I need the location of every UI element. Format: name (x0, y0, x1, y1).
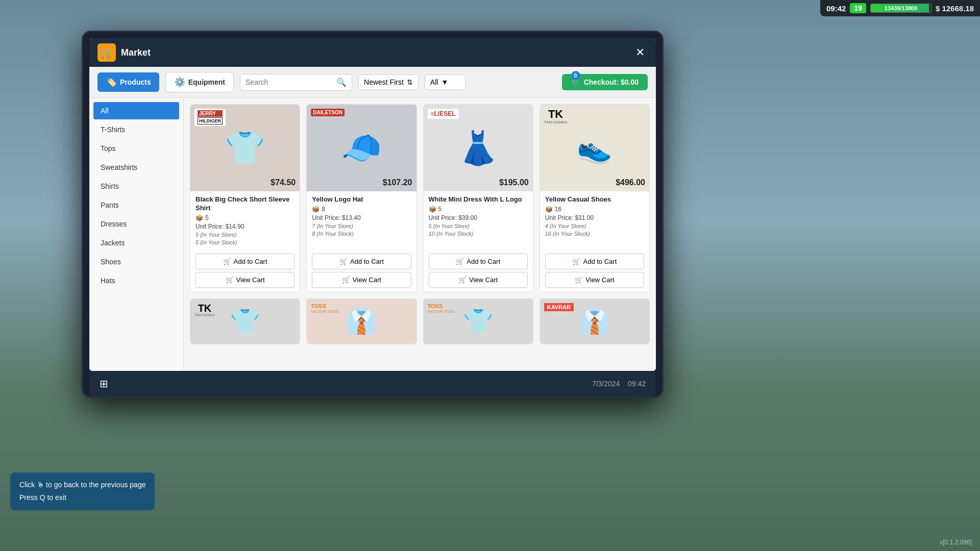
product-brand-0: JERRY HILDIGER (194, 109, 226, 126)
sidebar-item-sweatshirts[interactable]: Sweatshirts (93, 159, 179, 176)
product-image-area-0: JERRY HILDIGER 👕 $74.50 (190, 105, 300, 191)
cart-badge: 0 (571, 71, 580, 80)
equipment-tab-icon: ⚙️ (174, 77, 185, 88)
product-price-2: $195.00 (499, 178, 529, 187)
grid-icon[interactable]: ⊞ (100, 378, 108, 390)
product-in-store-2: 5 (In Your Store) (429, 223, 528, 229)
cart-icon-0: 🛒 (223, 258, 231, 265)
box-icon-1: 📦 (312, 206, 320, 213)
tab-equipment[interactable]: ⚙️ Equipment (165, 72, 234, 92)
product-image-4: 👕 (230, 307, 260, 336)
main-content: All T-Shirts Tops Sweatshirts Shirts Pan… (89, 98, 656, 371)
add-to-cart-btn-3[interactable]: 🛒 Add to Cart (545, 254, 644, 269)
version-text: v[0.1.2.096] (940, 539, 972, 546)
product-info-1: Yellow Logo Hat 📦 8 Unit Price: $13.40 7… (307, 191, 416, 249)
box-icon-2: 📦 (429, 206, 436, 213)
market-icon: 🛒 (97, 43, 116, 62)
market-window: 🛒 Market ✕ 🏷️ Products ⚙️ Equipment 🔍 Ne… (89, 38, 656, 371)
product-card-4: TK TAM KANKA 👕 (190, 298, 300, 344)
view-cart-icon-2: 🛒 (458, 276, 467, 284)
hud-xp-text: 13439/13800 (871, 4, 931, 12)
product-image-area-7: KAVRAR 👔 (540, 299, 649, 344)
product-actions-1: 🛒 Add to Cart 🛒 View Cart (307, 249, 416, 292)
checkout-button[interactable]: 0 🛒 Checkout: $0.00 (562, 74, 648, 90)
view-cart-btn-2[interactable]: 🛒 View Cart (429, 272, 528, 288)
hud-time: 09:42 (826, 4, 846, 13)
bottom-bar: ⊞ 7/3/2024 09:42 (89, 371, 656, 396)
monitor-frame: 🛒 Market ✕ 🏷️ Products ⚙️ Equipment 🔍 Ne… (82, 31, 664, 398)
view-cart-btn-1[interactable]: 🛒 View Cart (312, 272, 411, 288)
sidebar-item-jackets[interactable]: Jackets (93, 234, 179, 252)
view-cart-btn-0[interactable]: 🛒 View Cart (195, 272, 295, 288)
add-to-cart-btn-1[interactable]: 🛒 Add to Cart (312, 254, 411, 269)
filter-label: All (430, 78, 438, 86)
product-image-7: 👔 (579, 307, 610, 336)
view-cart-icon-0: 🛒 (226, 276, 234, 284)
product-qty-3: 📦 16 (545, 206, 644, 213)
bottom-time: 09:42 (628, 380, 646, 388)
product-name-2: White Mini Dress With L Logo (429, 195, 528, 204)
product-image-area-4: TK TAM KANKA 👕 (190, 299, 300, 344)
tab-products[interactable]: 🏷️ Products (97, 72, 159, 92)
search-box[interactable]: 🔍 (240, 74, 352, 91)
product-info-0: Black Big Check Short Sleeve Shirt 📦 5 U… (190, 191, 300, 249)
sort-label: Newest First (364, 78, 404, 86)
product-card-5: TOSS VICTOR TOSS 👔 (306, 298, 416, 344)
product-brand-4: TK TAM KANKA (194, 303, 215, 317)
product-actions-2: 🛒 Add to Cart 🛒 View Cart (424, 249, 533, 292)
product-in-stock-1: 8 (In Your Stock) (312, 231, 411, 237)
view-cart-icon-1: 🛒 (342, 276, 350, 284)
sidebar: All T-Shirts Tops Sweatshirts Shirts Pan… (89, 98, 184, 371)
product-image-2: 👗 (458, 129, 499, 167)
product-image-0: 👕 (225, 129, 265, 167)
product-info-3: Yellow Casual Shoes 📦 16 Unit Price: $31… (540, 191, 649, 249)
product-in-stock-3: 16 (In Your Stock) (545, 231, 644, 237)
product-name-0: Black Big Check Short Sleeve Shirt (195, 195, 295, 213)
bottom-datetime: 7/3/2024 09:42 (592, 380, 646, 388)
bottom-date: 7/3/2024 (592, 380, 620, 388)
tab-equipment-label: Equipment (188, 78, 225, 86)
cart-icon-3: 🛒 (572, 258, 580, 265)
sidebar-item-tops[interactable]: Tops (93, 140, 179, 157)
filter-dropdown[interactable]: All ▼ (425, 74, 465, 90)
close-button[interactable]: ✕ (632, 45, 648, 60)
sort-dropdown[interactable]: Newest First ⇅ (358, 74, 419, 90)
sidebar-item-shirts[interactable]: Shirts (93, 178, 179, 195)
product-card-0: JERRY HILDIGER 👕 $74.50 Black Big Check … (190, 104, 300, 292)
sidebar-item-all[interactable]: All (93, 102, 179, 119)
product-qty-0: 📦 5 (195, 214, 295, 221)
product-card-3: TK TAM KANKA 👟 $496.00 Yellow Casual Sho… (540, 104, 650, 292)
product-brand-2: ≡LIESEL (428, 109, 459, 119)
product-image-area-3: TK TAM KANKA 👟 $496.00 (540, 105, 649, 191)
product-price-1: $107.20 (383, 178, 412, 187)
sidebar-item-dresses[interactable]: Dresses (93, 215, 179, 233)
product-price-3: $496.00 (616, 178, 645, 187)
hud-xp-bar: 13439/13800 (870, 4, 932, 13)
sidebar-item-hats[interactable]: Hats (93, 272, 179, 289)
add-to-cart-btn-2[interactable]: 🛒 Add to Cart (429, 254, 528, 269)
view-cart-btn-3[interactable]: 🛒 View Cart (545, 272, 644, 288)
product-image-1: 🧢 (341, 129, 382, 167)
product-unit-price-3: Unit Price: $31.00 (545, 214, 644, 221)
instruction-bar: Click 🖱 to go back to the previous page … (10, 472, 155, 510)
add-to-cart-btn-0[interactable]: 🛒 Add to Cart (195, 254, 295, 269)
product-in-store-3: 4 (In Your Store) (545, 223, 644, 229)
cart-icon-1: 🛒 (339, 258, 348, 265)
sidebar-item-pants[interactable]: Pants (93, 196, 179, 214)
box-icon-3: 📦 (545, 206, 553, 213)
product-qty-2: 📦 5 (429, 206, 528, 213)
search-icon: 🔍 (336, 78, 347, 87)
tab-products-label: Products (120, 78, 151, 86)
sidebar-item-shoes[interactable]: Shoes (93, 253, 179, 270)
product-brand-5: TOSS VICTOR TOSS (311, 303, 338, 314)
product-in-store-0: 5 (In Your Store) (195, 232, 295, 238)
product-image-area-5: TOSS VICTOR TOSS 👔 (307, 299, 416, 344)
product-brand-6: TOSS VICTOR TOSS (428, 303, 455, 314)
product-image-area-6: TOSS VICTOR TOSS 👕 (424, 299, 533, 344)
sort-icon: ⇅ (407, 78, 413, 86)
sidebar-item-tshirts[interactable]: T-Shirts (93, 121, 179, 138)
search-input[interactable] (246, 78, 333, 86)
product-card-7: KAVRAR 👔 (540, 298, 650, 344)
product-name-3: Yellow Casual Shoes (545, 195, 644, 204)
market-title: Market (121, 47, 151, 58)
